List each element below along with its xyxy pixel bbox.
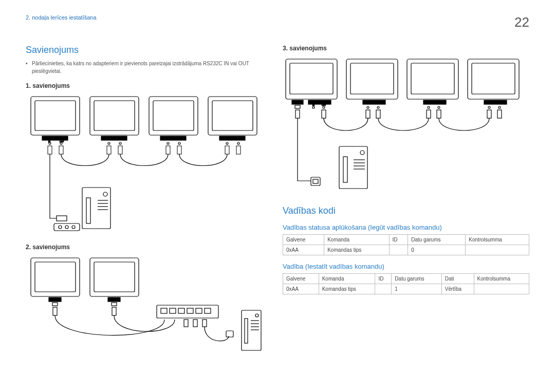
svg-point-70 xyxy=(255,314,258,317)
svg-text:IN: IN xyxy=(312,104,314,106)
svg-rect-42 xyxy=(54,223,80,231)
t1-r3: 0 xyxy=(408,245,466,255)
t1-r4 xyxy=(466,245,529,255)
svg-rect-105 xyxy=(295,110,300,118)
svg-text:RS232C: RS232C xyxy=(110,137,118,140)
svg-rect-87 xyxy=(346,59,398,99)
svg-text:OUT: OUT xyxy=(322,104,326,106)
t1-h0: Galvene xyxy=(283,235,324,245)
svg-rect-46 xyxy=(31,258,80,296)
t2-r2 xyxy=(375,284,392,294)
svg-rect-34 xyxy=(57,216,67,221)
svg-rect-113 xyxy=(311,177,320,185)
svg-rect-107 xyxy=(366,110,370,118)
svg-rect-51 xyxy=(90,258,139,296)
t1-r2 xyxy=(389,245,408,255)
section-title-control-codes: Vadības kodi xyxy=(283,206,529,216)
t1-h1: Komanda xyxy=(324,235,389,245)
svg-rect-111 xyxy=(487,110,491,118)
svg-point-98 xyxy=(438,106,440,108)
svg-rect-31 xyxy=(177,146,181,154)
svg-rect-109 xyxy=(427,110,431,118)
svg-rect-26 xyxy=(48,146,52,154)
svg-point-45 xyxy=(72,226,75,229)
svg-rect-100 xyxy=(472,63,515,94)
svg-rect-88 xyxy=(350,63,394,94)
svg-point-92 xyxy=(377,106,379,108)
svg-rect-50 xyxy=(52,303,58,306)
status-table: Galvene Komanda ID Datu garums Kontrolsu… xyxy=(283,234,529,255)
svg-rect-21 xyxy=(212,101,253,130)
chapter-label: 2. nodaļa Ierīces iestatīšana xyxy=(26,14,97,21)
svg-point-44 xyxy=(65,226,68,229)
t2-h5: Kontrolsumma xyxy=(474,274,529,284)
svg-text:RS232C: RS232C xyxy=(431,101,438,104)
svg-text:RS232C: RS232C xyxy=(370,101,378,104)
svg-point-91 xyxy=(367,106,369,108)
t2-h4: Dati xyxy=(441,274,474,284)
connection-3-heading: 3. savienojums xyxy=(283,45,529,52)
svg-point-13 xyxy=(119,142,121,144)
control-table: Galvene Komanda ID Datu garums Dati Kont… xyxy=(283,273,529,294)
t2-r5 xyxy=(474,284,529,294)
svg-rect-58 xyxy=(157,305,218,318)
svg-text:RS232C: RS232C xyxy=(51,137,59,140)
svg-rect-67 xyxy=(202,320,207,327)
svg-rect-33 xyxy=(236,146,240,154)
t2-h1: Komanda xyxy=(319,274,375,284)
right-column: 3. savienojums RJ45 RS232C INOUT xyxy=(283,45,529,370)
connection-2-diagram: RJ45 RJ45 xyxy=(26,254,262,367)
svg-point-104 xyxy=(498,106,501,108)
svg-rect-110 xyxy=(437,110,441,118)
svg-rect-63 xyxy=(196,308,202,313)
svg-rect-52 xyxy=(94,262,135,292)
svg-rect-112 xyxy=(497,110,502,118)
svg-rect-32 xyxy=(225,146,229,154)
svg-point-19 xyxy=(178,142,180,144)
svg-rect-62 xyxy=(187,308,193,313)
svg-rect-14 xyxy=(149,97,198,135)
svg-text:RS232C: RS232C xyxy=(228,137,236,140)
svg-rect-65 xyxy=(184,320,188,327)
svg-rect-59 xyxy=(161,308,167,313)
page-number: 22 xyxy=(514,14,529,30)
svg-rect-68 xyxy=(226,331,233,337)
t1-h3: Datu garums xyxy=(408,235,466,245)
t2-r1: Komandas tips xyxy=(319,284,375,294)
svg-rect-99 xyxy=(468,59,519,99)
section-title-connection: Savienojums xyxy=(26,45,262,55)
svg-rect-0 xyxy=(31,97,80,135)
svg-rect-28 xyxy=(107,146,111,154)
svg-rect-76 xyxy=(286,59,337,99)
t2-r4: Vērtība xyxy=(441,284,474,294)
svg-rect-93 xyxy=(407,59,458,99)
svg-rect-20 xyxy=(208,97,257,135)
svg-rect-61 xyxy=(178,308,184,313)
svg-point-84 xyxy=(323,106,325,108)
svg-text:RJ45: RJ45 xyxy=(295,101,300,104)
svg-rect-77 xyxy=(290,63,333,94)
svg-rect-1 xyxy=(35,101,76,130)
connection-2-heading: 2. savienojums xyxy=(26,244,262,251)
svg-rect-66 xyxy=(193,320,197,327)
svg-point-24 xyxy=(226,142,228,144)
svg-rect-37 xyxy=(86,198,90,223)
svg-text:RS232C: RS232C xyxy=(491,101,499,104)
t2-r3: 1 xyxy=(392,284,441,294)
svg-point-25 xyxy=(237,142,239,144)
connection-3-diagram: RJ45 RS232C INOUT RS232C xyxy=(283,55,529,196)
connection-1-heading: 1. savienojums xyxy=(26,82,262,89)
svg-rect-114 xyxy=(313,179,318,183)
view-status-heading: Vadības statusa aplūkošana (Iegūt vadība… xyxy=(283,223,529,231)
svg-point-103 xyxy=(488,106,490,108)
svg-text:RJ45: RJ45 xyxy=(52,298,58,301)
t1-r0: 0xAA xyxy=(283,245,324,255)
svg-point-116 xyxy=(360,151,364,155)
svg-point-12 xyxy=(108,142,110,144)
svg-rect-15 xyxy=(153,101,194,130)
svg-rect-64 xyxy=(205,308,211,313)
t1-h2: ID xyxy=(389,235,408,245)
svg-rect-106 xyxy=(322,110,326,118)
connection-1-diagram: RS232C IN OUT RS232C xyxy=(26,92,262,236)
svg-point-83 xyxy=(312,106,314,108)
